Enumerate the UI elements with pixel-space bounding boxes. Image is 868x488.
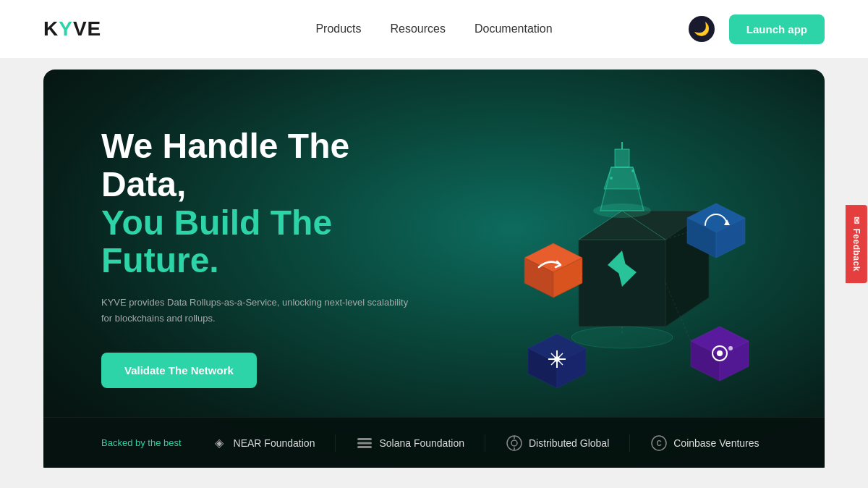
- near-name: NEAR Foundation: [234, 437, 315, 449]
- solana-icon: [356, 434, 373, 452]
- navbar: KYVE Products Resources Documentation 🌙 …: [0, 0, 868, 58]
- validate-network-button[interactable]: Validate The Network: [101, 353, 257, 388]
- hero-wrapper: We Handle The Data, You Build The Future…: [43, 70, 825, 476]
- sponsor-bar: Backed by the best ◈ NEAR Foundation Sol…: [43, 417, 825, 468]
- hero-title-line1: We Handle The Data,: [101, 127, 420, 204]
- sponsor-items: ◈ NEAR Foundation Solana Foundation Dist…: [210, 434, 767, 452]
- distributed-icon: [506, 434, 523, 452]
- hero-illustration: [477, 138, 781, 399]
- svg-rect-39: [357, 438, 372, 440]
- coinbase-icon: C: [650, 434, 668, 452]
- svg-rect-41: [357, 446, 372, 448]
- svg-point-9: [631, 169, 634, 172]
- distributed-name: Distributed Global: [529, 437, 609, 449]
- svg-marker-4: [604, 167, 640, 189]
- dark-mode-toggle[interactable]: 🌙: [689, 16, 715, 42]
- svg-point-33: [728, 346, 733, 350]
- logo[interactable]: KYVE: [43, 17, 101, 41]
- hero-title-line2: You Build The Future.: [101, 204, 420, 281]
- sponsor-label: Backed by the best: [101, 437, 182, 448]
- nav-resources[interactable]: Resources: [391, 22, 446, 35]
- svg-point-8: [610, 177, 613, 180]
- nav-right: 🌙 Launch app: [689, 14, 825, 44]
- svg-text:C: C: [657, 439, 662, 447]
- cube-illustration-svg: [477, 138, 781, 399]
- sponsor-distributed: Distributed Global: [485, 434, 630, 452]
- feedback-label: Feedback: [851, 229, 861, 272]
- svg-point-43: [511, 440, 517, 446]
- nav-products[interactable]: Products: [315, 22, 361, 35]
- svg-marker-5: [615, 149, 629, 167]
- logo-text: KYVE: [43, 17, 101, 41]
- hero-description: KYVE provides Data Rollups-as-a-Service,…: [101, 295, 420, 327]
- nav-documentation[interactable]: Documentation: [475, 22, 553, 35]
- feedback-tab[interactable]: ✉ Feedback: [846, 205, 867, 283]
- sponsor-coinbase: C Coinbase Ventures: [630, 434, 767, 452]
- svg-point-38: [571, 327, 673, 348]
- solana-name: Solana Foundation: [379, 437, 464, 449]
- hero-content: We Handle The Data, You Build The Future…: [43, 70, 477, 417]
- feedback-icon: ✉: [851, 216, 861, 224]
- launch-app-button[interactable]: Launch app: [729, 14, 825, 44]
- coinbase-name: Coinbase Ventures: [673, 437, 759, 449]
- hero-section: We Handle The Data, You Build The Future…: [43, 70, 825, 468]
- svg-rect-40: [357, 442, 372, 444]
- nav-links: Products Resources Documentation: [315, 22, 552, 35]
- sponsor-near: ◈ NEAR Foundation: [210, 434, 336, 452]
- svg-point-32: [717, 350, 723, 356]
- moon-icon: 🌙: [694, 21, 710, 37]
- sponsor-solana: Solana Foundation: [336, 434, 485, 452]
- near-icon: ◈: [210, 434, 228, 452]
